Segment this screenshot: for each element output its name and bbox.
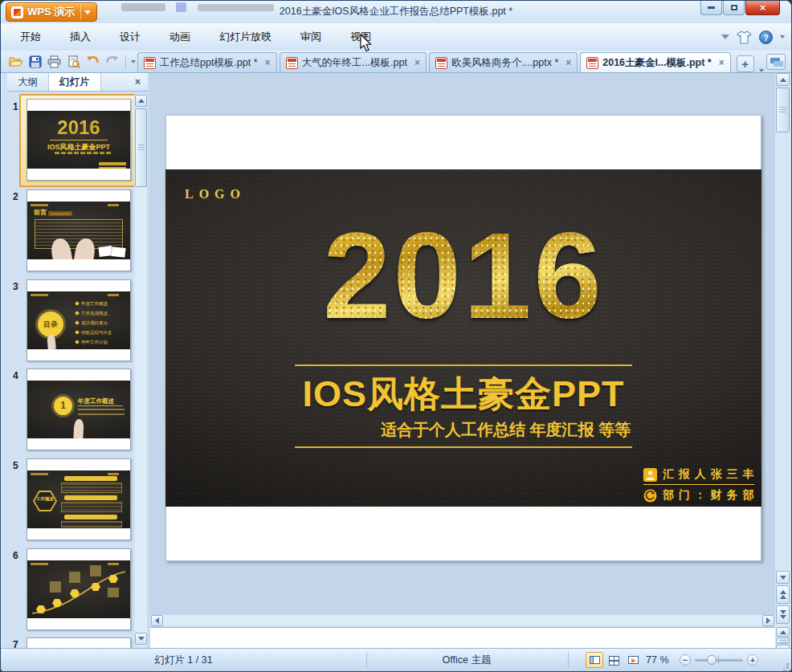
slide-logo-text[interactable]: LOGO: [185, 187, 246, 202]
thumb-year-text: 2016: [27, 116, 130, 139]
reporter-underline: [643, 484, 754, 485]
department-icon: [643, 489, 657, 503]
slide-subtitle-text[interactable]: 适合于个人工作总结 年度汇报 等等: [295, 419, 632, 441]
redo-icon[interactable]: [104, 53, 120, 70]
slide-thumbnail-5[interactable]: 工作概述: [27, 458, 131, 540]
slide-title-text[interactable]: IOS风格土豪金PPT: [295, 370, 632, 418]
document-tab[interactable]: 大气的年终工...模板.ppt ×: [280, 52, 427, 72]
scroll-up-button[interactable]: [776, 73, 790, 86]
toolbar-options-icon[interactable]: [131, 60, 136, 63]
tab-slides[interactable]: 幻灯片: [49, 73, 101, 91]
person-icon: [643, 468, 657, 482]
restore-button[interactable]: [723, 1, 745, 15]
window-title: 2016土豪金IOS风格企业工作报告总结PPT模板.ppt *: [1, 1, 791, 23]
thumbnail-preview: 2016 IOS风格土豪金PPT: [27, 111, 130, 169]
tab-close-icon[interactable]: ×: [414, 57, 420, 68]
next-slide-button[interactable]: [776, 605, 790, 624]
ppt-file-icon: [144, 57, 156, 69]
menu-review[interactable]: 审阅: [286, 23, 336, 51]
tab-outline[interactable]: 大纲: [7, 73, 49, 91]
menu-insert[interactable]: 插入: [55, 23, 105, 51]
slide-thumbnail-3[interactable]: 目录 年度工作概述 工作完成情况 成功项目展示 经验总结与不足 明年工作计划: [27, 279, 131, 361]
thumb-items-deco: [78, 409, 125, 417]
normal-view-button[interactable]: [586, 652, 603, 668]
reporter-label: 汇 报 人 张 三 丰: [663, 467, 754, 482]
switch-windows-button[interactable]: [766, 54, 786, 70]
thumbnail-number: 4: [13, 370, 18, 381]
print-preview-icon[interactable]: [65, 53, 82, 70]
scrollbar-thumb[interactable]: [776, 88, 790, 132]
new-tab-dropdown-icon[interactable]: [759, 69, 764, 72]
panel-close-icon[interactable]: ×: [128, 73, 148, 91]
panel-scrollbar[interactable]: [135, 95, 147, 646]
zoom-out-button[interactable]: −: [680, 654, 691, 666]
save-icon[interactable]: [27, 53, 43, 70]
minimize-button[interactable]: [700, 1, 722, 15]
slide-year-text[interactable]: 2016: [165, 214, 761, 336]
open-file-icon[interactable]: [7, 53, 24, 70]
scroll-right-button[interactable]: [762, 615, 774, 626]
previous-slide-button[interactable]: [776, 585, 790, 604]
close-icon: ×: [760, 2, 766, 14]
scrollbar-thumb[interactable]: [135, 108, 147, 187]
menu-design[interactable]: 设计: [105, 23, 155, 51]
slideshow-view-button[interactable]: [624, 652, 642, 668]
menu-animation[interactable]: 动画: [155, 23, 205, 51]
print-icon[interactable]: [46, 53, 63, 70]
thumb-bar: [64, 476, 117, 481]
wps-app-menu-button[interactable]: WPS 演示: [6, 2, 97, 22]
help-dropdown-icon[interactable]: [780, 35, 785, 39]
slide-thumbnail-6[interactable]: [27, 548, 131, 630]
slide-background-image[interactable]: LOGO 2016 IOS风格土豪金PPT 适合于个人工作总结 年度汇报 等等: [165, 169, 761, 507]
thumb-toc-item: 明年工作计划: [76, 340, 108, 345]
slide-thumbnail-2[interactable]: 前言 Introduction: [27, 189, 131, 271]
undo-icon[interactable]: [84, 53, 101, 70]
menu-start[interactable]: 开始: [6, 23, 55, 51]
thumb-heading: 前言: [34, 208, 47, 217]
scroll-up-button[interactable]: [135, 95, 147, 107]
thumb-toc-circle: 目录: [38, 312, 63, 337]
divider: [568, 652, 569, 668]
vertical-scrollbar[interactable]: [775, 73, 791, 650]
resize-grip[interactable]: [781, 661, 789, 669]
title-bar[interactable]: 2016土豪金IOS风格企业工作报告总结PPT模板.ppt * WPS 演示 ×: [1, 1, 791, 23]
menu-slideshow[interactable]: 幻灯片放映: [205, 23, 286, 51]
document-tab-active[interactable]: 2016土豪金I...模板.ppt * ×: [580, 52, 730, 72]
scroll-down-button[interactable]: [776, 571, 790, 584]
slide-sorter-view-button[interactable]: [605, 652, 623, 668]
close-button[interactable]: ×: [745, 1, 780, 15]
notes-pane[interactable]: [150, 627, 775, 650]
skin-theme-icon[interactable]: [737, 31, 752, 44]
thumb-text-box: [61, 521, 122, 527]
thumbnail-preview: 前言 Introduction: [27, 202, 130, 259]
thumb-toc-item: 年度工作概述: [76, 301, 108, 307]
slide-thumbnail-4[interactable]: 1 年度工作概述: [27, 369, 131, 450]
document-tab[interactable]: 工作总结ppt模板.ppt * ×: [137, 52, 277, 72]
slide-reporter-block[interactable]: 汇 报 人 张 三 丰 部 门 ： 财 务 部: [643, 466, 754, 504]
thumb-divider: [50, 140, 108, 141]
photo-image: [111, 246, 125, 258]
document-tab[interactable]: 欧美风格商务个....pptx * ×: [429, 52, 578, 72]
scroll-down-button[interactable]: [135, 633, 147, 645]
tab-close-icon[interactable]: ×: [565, 57, 571, 68]
notes-scrollbar-thumb[interactable]: [776, 637, 790, 644]
wps-app-menu-label: WPS 演示: [27, 5, 75, 19]
horizontal-scrollbar[interactable]: [150, 615, 775, 626]
toolbar-row: 工作总结ppt模板.ppt * × 大气的年终工...模板.ppt × 欧美风格…: [1, 51, 791, 73]
tab-close-icon[interactable]: ×: [719, 57, 725, 68]
help-icon[interactable]: ?: [759, 31, 773, 44]
ppt-file-icon: [435, 57, 447, 69]
new-tab-button[interactable]: +: [737, 55, 754, 72]
zoom-in-button[interactable]: +: [747, 654, 758, 666]
slide-sorter-icon: [609, 656, 619, 665]
notes-scroll-up-button[interactable]: [776, 627, 790, 637]
slide-canvas[interactable]: LOGO 2016 IOS风格土豪金PPT 适合于个人工作总结 年度汇报 等等: [165, 115, 761, 561]
collapse-ribbon-icon[interactable]: [721, 35, 729, 39]
scroll-left-button[interactable]: [151, 615, 163, 626]
zoom-slider-handle[interactable]: [707, 655, 716, 665]
thumb-number-badge: 1: [54, 397, 72, 415]
tab-close-icon[interactable]: ×: [265, 57, 271, 68]
zoom-slider-track[interactable]: [695, 659, 743, 662]
slideshow-icon: [628, 656, 639, 664]
slide-thumbnail-1[interactable]: 2016 IOS风格土豪金PPT: [27, 99, 131, 181]
